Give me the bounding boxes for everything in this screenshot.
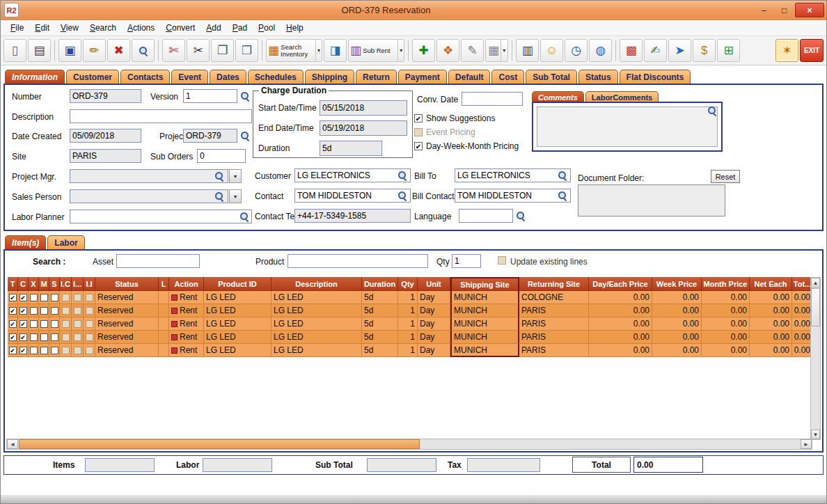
cell-shipping-site[interactable]: MUNICH — [450, 304, 519, 317]
cell-unit[interactable]: Day — [418, 317, 450, 331]
column-header-i-c[interactable]: I.C — [60, 277, 72, 291]
cell-i-i[interactable] — [84, 291, 95, 304]
paste-button[interactable]: ❒ — [235, 39, 258, 62]
update-existing-lines-checkbox[interactable] — [498, 256, 506, 265]
row-checkbox[interactable] — [40, 294, 48, 301]
find-button[interactable] — [132, 39, 155, 62]
description-field[interactable] — [70, 109, 252, 123]
cell-status[interactable]: Reserved — [95, 291, 159, 304]
sub-rent-button[interactable]: ▥Sub Rent▾ — [348, 39, 404, 62]
tab-information[interactable]: Information — [5, 70, 65, 84]
event-pricing-checkbox[interactable] — [414, 128, 423, 136]
number-field[interactable] — [70, 89, 141, 103]
cell-i[interactable] — [72, 344, 84, 357]
wand-button[interactable]: ✶ — [775, 39, 798, 62]
row-checkbox[interactable]: ✔ — [9, 333, 17, 341]
history-clock-button[interactable]: ◷ — [565, 39, 588, 62]
cell-net-each[interactable]: 0.00 — [750, 304, 792, 317]
cell-status[interactable]: Reserved — [95, 317, 159, 331]
comments-search-button[interactable] — [707, 105, 718, 116]
vertical-scrollbar[interactable]: ▲ ▼ — [810, 277, 821, 440]
goods-lookup-button[interactable]: ◨ — [324, 39, 347, 62]
row-checkbox[interactable] — [51, 320, 58, 328]
cell-i-c[interactable] — [60, 331, 72, 344]
cell-unit[interactable]: Day — [418, 331, 450, 344]
cell-duration[interactable]: 5d — [362, 304, 398, 317]
vertical-scroll-thumb[interactable] — [811, 288, 820, 326]
cell-qty[interactable]: 1 — [398, 344, 418, 357]
project-search-button[interactable] — [239, 130, 251, 141]
cell-shipping-site[interactable]: MUNICH — [450, 344, 519, 357]
cell-week-price[interactable]: 0.00 — [652, 331, 702, 344]
row-checkbox[interactable] — [40, 333, 48, 341]
product-input[interactable] — [288, 254, 428, 268]
site-field[interactable] — [70, 149, 141, 163]
cell-shipping-site[interactable]: MUNICH — [450, 331, 519, 344]
tax-field[interactable] — [467, 458, 540, 472]
cell-day-each-price[interactable]: 0.00 — [589, 317, 652, 331]
row-checkbox[interactable] — [86, 294, 93, 301]
item-row[interactable]: ✔✔ReservedRentLG LEDLG LED5d1DayMUNICHPA… — [8, 344, 813, 357]
menu-edit[interactable]: Edit — [29, 22, 55, 34]
cell-x[interactable] — [29, 291, 39, 304]
row-checkbox[interactable] — [30, 333, 38, 341]
cell-description[interactable]: LG LED — [271, 317, 362, 331]
event-pricing-option[interactable]: Event Pricing — [414, 125, 519, 139]
row-checkbox[interactable] — [86, 320, 93, 328]
cell-s[interactable] — [49, 317, 60, 331]
cell-x[interactable] — [29, 317, 39, 331]
cell-action[interactable]: Rent — [169, 291, 204, 304]
row-checkbox[interactable]: ✔ — [19, 294, 27, 301]
cell-returning-site[interactable]: PARIS — [519, 331, 589, 344]
cell-t[interactable]: ✔ — [8, 291, 18, 304]
cell-week-price[interactable]: 0.00 — [652, 291, 702, 304]
cell-m[interactable] — [39, 331, 49, 344]
cell-product-id[interactable]: LG LED — [204, 291, 271, 304]
cell-l[interactable] — [159, 317, 169, 331]
close-button[interactable]: × — [795, 3, 824, 17]
cut-special-button[interactable]: ✄ — [162, 39, 185, 62]
row-checkbox[interactable] — [62, 307, 70, 315]
item-row[interactable]: ✔✔ReservedRentLG LEDLG LED5d1DayMUNICHPA… — [8, 317, 813, 331]
cell-m[interactable] — [39, 291, 49, 304]
row-checkbox[interactable] — [30, 347, 38, 354]
scroll-up-icon[interactable]: ▲ — [811, 278, 820, 288]
edit-note-button[interactable]: ✎ — [461, 39, 484, 62]
column-header-day-each-price[interactable]: Day/Each Price — [589, 277, 652, 291]
cell-c[interactable]: ✔ — [18, 291, 29, 304]
cell-unit[interactable]: Day — [418, 291, 450, 304]
project-mgr-dropdown-button[interactable]: ▾ — [229, 169, 242, 183]
day-week-month-pricing-option[interactable]: ✔Day-Week-Month Pricing — [414, 139, 519, 153]
column-header-t[interactable]: T — [8, 277, 18, 291]
cell-week-price[interactable]: 0.00 — [652, 344, 702, 357]
cell-t[interactable]: ✔ — [8, 331, 18, 344]
row-checkbox[interactable]: ✔ — [19, 347, 27, 354]
row-checkbox[interactable]: ✔ — [9, 294, 17, 301]
cell-day-each-price[interactable]: 0.00 — [589, 291, 652, 304]
cell-unit[interactable]: Day — [418, 304, 450, 317]
column-header-l[interactable]: L — [159, 277, 169, 291]
cell-i-i[interactable] — [84, 304, 95, 317]
cell-month-price[interactable]: 0.00 — [702, 317, 750, 331]
bill-to-field[interactable] — [455, 168, 571, 182]
tab-sub-total[interactable]: Sub Total — [526, 70, 577, 84]
show-suggestions-option[interactable]: ✔Show Suggestions — [414, 111, 519, 125]
menu-pad[interactable]: Pad — [227, 22, 253, 34]
contact-search-button[interactable] — [397, 190, 408, 201]
cell-m[interactable] — [39, 304, 49, 317]
save-button[interactable]: ▣ — [58, 39, 81, 62]
cell-l[interactable] — [159, 331, 169, 344]
row-checkbox[interactable] — [74, 347, 81, 354]
cell-x[interactable] — [29, 344, 39, 357]
row-checkbox[interactable] — [74, 294, 81, 301]
cell-l[interactable] — [159, 291, 169, 304]
row-checkbox[interactable] — [74, 333, 81, 341]
cell-m[interactable] — [39, 317, 49, 331]
cell-action[interactable]: Rent — [169, 317, 204, 331]
cell-s[interactable] — [49, 331, 60, 344]
web-export-button[interactable]: ◍ — [589, 39, 612, 62]
tab-flat-discounts[interactable]: Flat Discounts — [620, 70, 691, 84]
cell-week-price[interactable]: 0.00 — [652, 304, 702, 317]
scroll-down-icon[interactable]: ▼ — [811, 430, 820, 439]
cell-t[interactable]: ✔ — [8, 344, 18, 357]
